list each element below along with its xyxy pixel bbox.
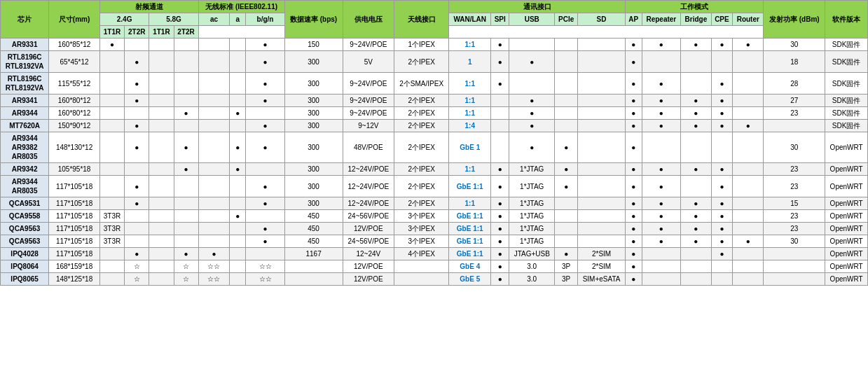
pcie-cell <box>555 95 578 107</box>
col-24-1t1r: 1T1R <box>99 26 124 39</box>
rate-cell: 450 <box>284 210 343 223</box>
pcie-cell <box>555 39 578 51</box>
wan-cell: GbE 1:1 <box>449 223 491 235</box>
router-cell <box>733 197 764 210</box>
repeater-cell <box>642 248 681 260</box>
software-cell: SDK固件 <box>825 95 868 107</box>
txpower-cell <box>764 260 825 273</box>
pcie-cell: ● <box>555 176 578 197</box>
a-cell <box>230 176 246 197</box>
ac-cell <box>198 197 230 210</box>
ac-cell <box>198 51 230 73</box>
size-cell: 160*80*12 <box>49 107 100 120</box>
txpower-cell: 30 <box>764 132 825 163</box>
ac-cell <box>198 95 230 107</box>
cpe-cell: ● <box>711 163 733 176</box>
router-cell <box>733 223 764 235</box>
router-cell <box>733 210 764 223</box>
spi-cell <box>491 132 509 163</box>
bridge-cell: ● <box>681 223 711 235</box>
table-row: QCA9531117*105*18●●30012~24V/POE2个IPEX1:… <box>1 197 868 210</box>
wan-cell: 1 <box>449 51 491 73</box>
software-cell: OpenWRT <box>825 132 868 163</box>
r24-2t2r-cell: ● <box>125 132 149 163</box>
bgn-cell <box>246 107 284 120</box>
software-cell: OpenWRT <box>825 197 868 210</box>
col-58-2t2r: 2T2R <box>174 26 198 39</box>
pcie-cell: 3P <box>555 273 578 286</box>
r58-1t1r-cell <box>149 210 174 223</box>
spi-cell: ● <box>491 260 509 273</box>
r58-2t2r-cell <box>174 210 198 223</box>
r58-1t1r-cell <box>149 163 174 176</box>
bridge-cell: ● <box>681 235 711 248</box>
col-58-1t1r: 1T1R <box>149 26 174 39</box>
rate-cell: 300 <box>284 107 343 120</box>
r24-2t2r-cell <box>125 235 149 248</box>
ap-cell: ● <box>626 107 642 120</box>
bgn-cell: ● <box>246 235 284 248</box>
cpe-cell: ● <box>711 73 733 95</box>
spi-cell: ● <box>491 248 509 260</box>
r58-2t2r-cell <box>174 73 198 95</box>
router-cell <box>733 248 764 260</box>
ap-cell: ● <box>626 51 642 73</box>
txpower-cell: 30 <box>764 235 825 248</box>
r58-1t1r-cell <box>149 107 174 120</box>
col-bridge: Bridge <box>681 13 711 26</box>
txpower-cell: 23 <box>764 223 825 235</box>
txpower-cell: 18 <box>764 51 825 73</box>
chip-cell: AR9331 <box>1 39 49 51</box>
col-antenna: 天线接口 <box>394 1 449 39</box>
rate-cell: 300 <box>284 120 343 132</box>
bgn-cell <box>246 163 284 176</box>
ac-cell <box>198 39 230 51</box>
software-cell: SDK固件 <box>825 107 868 120</box>
repeater-cell <box>642 51 681 73</box>
usb-cell: ● <box>509 120 555 132</box>
col-sd: SD <box>578 13 626 26</box>
col-repeater: Repeater <box>642 13 681 26</box>
col-pcie: PCIe <box>555 13 578 26</box>
bridge-cell: ● <box>681 95 711 107</box>
col-wan: WAN/LAN <box>449 13 491 26</box>
power-cell: 12V/POE <box>343 273 394 286</box>
r58-2t2r-cell <box>174 235 198 248</box>
spec-table: 芯片 尺寸(mm) 射频通道 无线标准 (IEEE802.11) 数据速率 (b… <box>0 0 868 286</box>
r24-1t1r-cell <box>99 107 124 120</box>
router-cell <box>733 176 764 197</box>
table-row: RTL8196C RTL8192VA115*55*12●●3009~24V/PO… <box>1 73 868 95</box>
txpower-cell: 23 <box>764 176 825 197</box>
col-software: 软件版本 <box>825 1 868 39</box>
wan-cell: GbE 1:1 <box>449 248 491 260</box>
antenna-cell: 2个IPEX <box>394 120 449 132</box>
col-power: 供电电压 <box>343 1 394 39</box>
antenna-cell <box>394 273 449 286</box>
bridge-cell <box>681 132 711 163</box>
rate-cell: 450 <box>284 223 343 235</box>
r58-2t2r-cell: ● <box>174 107 198 120</box>
repeater-cell: ● <box>642 95 681 107</box>
r24-2t2r-cell <box>125 107 149 120</box>
table-row: MT7620A150*90*12●●3009~12V2个IPEX1:4●●●●●… <box>1 120 868 132</box>
col-24-2t2r: 2T2R <box>125 26 149 39</box>
spi-cell: ● <box>491 235 509 248</box>
software-cell: OpenWRT <box>825 176 868 197</box>
power-cell: 12~24V/POE <box>343 197 394 210</box>
repeater-cell <box>642 273 681 286</box>
bridge-cell <box>681 176 711 197</box>
r24-1t1r-cell: 3T3R <box>99 223 124 235</box>
col-a: a <box>230 13 246 26</box>
r24-1t1r-cell <box>99 95 124 107</box>
table-row: AR9344 AR8035117*105*18●●30012~24V/POE2个… <box>1 176 868 197</box>
r24-1t1r-cell: 3T3R <box>99 210 124 223</box>
col-usb: USB <box>509 13 555 26</box>
software-cell: OpenWRT <box>825 248 868 260</box>
cpe-cell: ● <box>711 120 733 132</box>
r58-2t2r-cell: ● <box>174 132 198 163</box>
table-row: IPQ8064168*159*18☆☆☆☆☆☆12V/POEGbE 4●3.03… <box>1 260 868 273</box>
pcie-cell <box>555 120 578 132</box>
antenna-cell: 2个IPEX <box>394 51 449 73</box>
repeater-cell: ● <box>642 39 681 51</box>
usb-cell: 1*JTAG <box>509 223 555 235</box>
